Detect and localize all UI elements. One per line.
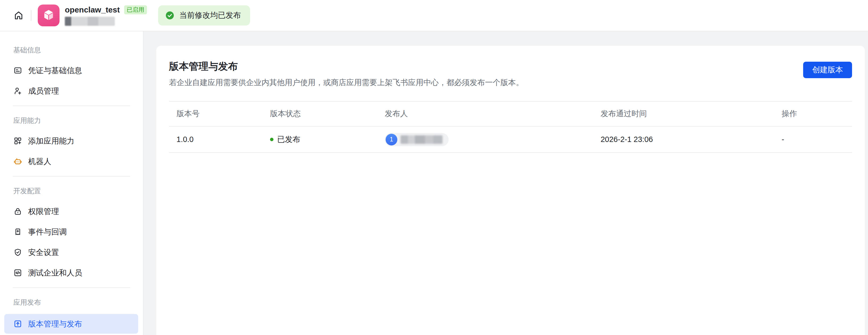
sidebar-item-label: 机器人 bbox=[28, 158, 51, 165]
cell-version: 1.0.0 bbox=[169, 126, 262, 153]
app-id-redacted bbox=[65, 17, 115, 26]
sidebar-item-label: 凭证与基础信息 bbox=[28, 67, 82, 74]
sidebar-item-security[interactable]: 安全设置 bbox=[4, 244, 138, 261]
sidebar-item-label: 添加应用能力 bbox=[28, 137, 74, 145]
page-header-text: 版本管理与发布 若企业自建应用需要供企业内其他用户使用，或商店应用需要上架飞书应… bbox=[169, 61, 524, 88]
section-dev-config: 开发配置 bbox=[0, 186, 143, 196]
col-publish-time: 发布通过时间 bbox=[593, 101, 774, 126]
shield-check-icon bbox=[13, 248, 22, 257]
cell-publisher: 1 bbox=[377, 126, 593, 153]
app-logo bbox=[38, 4, 60, 26]
app-meta: openclaw_test 已启用 bbox=[65, 5, 147, 26]
sidebar-item-version-release[interactable]: 版本管理与发布 bbox=[4, 314, 138, 334]
sidebar-item-bot[interactable]: 机器人 bbox=[4, 153, 138, 170]
avatar: 1 bbox=[385, 134, 397, 146]
publish-status-text: 当前修改均已发布 bbox=[179, 10, 241, 21]
topbar-divider bbox=[31, 10, 31, 21]
publisher-name-redacted bbox=[401, 135, 442, 144]
table-row: 1.0.0 已发布 1 bbox=[169, 126, 852, 153]
section-basic-info: 基础信息 bbox=[0, 45, 143, 55]
create-version-button[interactable]: 创建版本 bbox=[803, 62, 852, 78]
cell-publish-time: 2026-2-1 23:06 bbox=[593, 126, 774, 153]
topbar: openclaw_test 已启用 当前修改均已发布 bbox=[0, 0, 868, 31]
sidebar-divider bbox=[13, 176, 130, 177]
publish-status-banner: 当前修改均已发布 bbox=[158, 5, 250, 26]
enabled-badge: 已启用 bbox=[124, 5, 147, 14]
sidebar-item-label: 安全设置 bbox=[28, 249, 59, 256]
sidebar-item-label: 成员管理 bbox=[28, 87, 59, 95]
sidebar-divider bbox=[13, 287, 130, 288]
home-icon bbox=[13, 10, 24, 21]
publisher-chip[interactable]: 1 bbox=[385, 133, 448, 146]
sidebar-divider bbox=[13, 105, 130, 106]
sidebar-item-add-capability[interactable]: 添加应用能力 bbox=[4, 132, 138, 150]
sidebar-item-credentials[interactable]: 凭证与基础信息 bbox=[4, 62, 138, 79]
sidebar-item-label: 权限管理 bbox=[28, 208, 59, 215]
cell-status: 已发布 bbox=[262, 126, 377, 153]
event-callback-icon bbox=[13, 227, 22, 236]
section-app-capabilities: 应用能力 bbox=[0, 115, 143, 126]
col-status: 版本状态 bbox=[262, 101, 377, 126]
sidebar-item-label: 测试企业和人员 bbox=[28, 269, 82, 277]
section-app-release: 应用发布 bbox=[0, 297, 143, 308]
home-button[interactable] bbox=[12, 8, 26, 22]
page-description: 若企业自建应用需要供企业内其他用户使用，或商店应用需要上架飞书应用中心，都必须发… bbox=[169, 77, 524, 88]
upload-box-icon bbox=[13, 319, 22, 328]
status-dot bbox=[270, 138, 274, 141]
col-actions: 操作 bbox=[774, 101, 852, 126]
col-version: 版本号 bbox=[169, 101, 262, 126]
main-area: 版本管理与发布 若企业自建应用需要供企业内其他用户使用，或商店应用需要上架飞书应… bbox=[144, 31, 868, 335]
robot-icon bbox=[13, 157, 22, 166]
cube-icon bbox=[41, 8, 56, 23]
sidebar-item-members[interactable]: 成员管理 bbox=[4, 82, 138, 100]
sidebar-item-label: 事件与回调 bbox=[28, 228, 67, 236]
lock-icon bbox=[13, 207, 22, 216]
page-title: 版本管理与发布 bbox=[169, 61, 524, 72]
version-table: 版本号 版本状态 发布人 发布通过时间 操作 1.0.0 已发布 bbox=[169, 101, 852, 153]
status-text: 已发布 bbox=[277, 134, 300, 145]
table-header-row: 版本号 版本状态 发布人 发布通过时间 操作 bbox=[169, 101, 852, 126]
code-box-icon bbox=[13, 268, 22, 277]
id-card-icon bbox=[13, 66, 22, 75]
col-publisher: 发布人 bbox=[377, 101, 593, 126]
cell-action: - bbox=[774, 126, 852, 153]
sidebar-item-events[interactable]: 事件与回调 bbox=[4, 223, 138, 241]
app-name: openclaw_test bbox=[65, 5, 120, 14]
grid-plus-icon bbox=[13, 136, 22, 146]
sidebar-item-test-company[interactable]: 测试企业和人员 bbox=[4, 264, 138, 281]
content-card: 版本管理与发布 若企业自建应用需要供企业内其他用户使用，或商店应用需要上架飞书应… bbox=[156, 46, 865, 335]
sidebar-item-permissions[interactable]: 权限管理 bbox=[4, 203, 138, 220]
sidebar-item-label: 版本管理与发布 bbox=[28, 320, 82, 328]
user-plus-icon bbox=[13, 86, 22, 95]
sidebar: 基础信息 凭证与基础信息 成员管理 应用能力 bbox=[0, 31, 144, 335]
check-circle-icon bbox=[165, 11, 175, 20]
